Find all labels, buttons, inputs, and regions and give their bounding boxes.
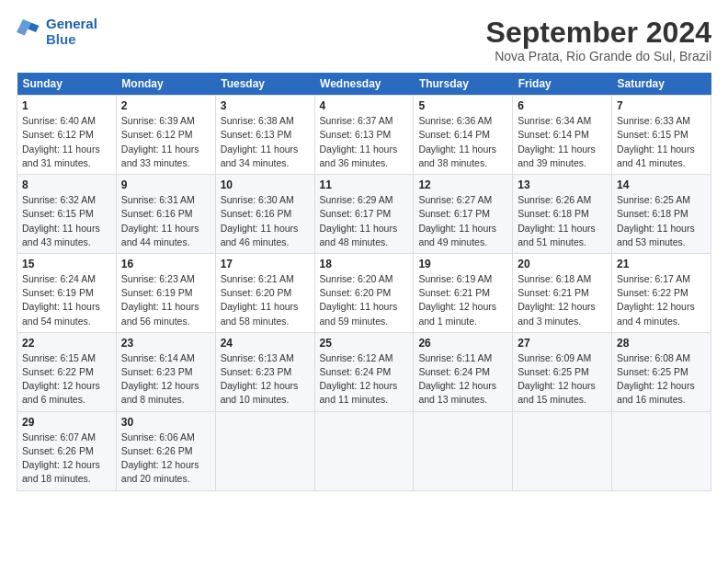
calendar-cell: 30Sunrise: 6:06 AM Sunset: 6:26 PM Dayli… <box>116 411 215 490</box>
calendar-cell: 26Sunrise: 6:11 AM Sunset: 6:24 PM Dayli… <box>414 332 513 411</box>
calendar-cell <box>314 411 414 490</box>
day-number: 10 <box>221 178 310 191</box>
day-number: 23 <box>121 337 210 350</box>
calendar-week-row: 22Sunrise: 6:15 AM Sunset: 6:22 PM Dayli… <box>17 332 711 411</box>
calendar-cell: 4Sunrise: 6:37 AM Sunset: 6:13 PM Daylig… <box>314 96 414 175</box>
day-info: Sunrise: 6:32 AM Sunset: 6:15 PM Dayligh… <box>22 193 111 249</box>
calendar-cell: 24Sunrise: 6:13 AM Sunset: 6:23 PM Dayli… <box>215 332 314 411</box>
weekday-header-row: SundayMondayTuesdayWednesdayThursdayFrid… <box>17 73 711 96</box>
day-number: 22 <box>22 337 111 350</box>
day-info: Sunrise: 6:40 AM Sunset: 6:12 PM Dayligh… <box>22 114 111 170</box>
day-number: 19 <box>418 258 507 270</box>
calendar-cell: 10Sunrise: 6:30 AM Sunset: 6:16 PM Dayli… <box>215 175 314 254</box>
weekday-header-wednesday: Wednesday <box>314 73 414 96</box>
title-block: September 2024 Nova Prata, Rio Grande do… <box>486 17 711 63</box>
calendar-cell <box>414 411 513 490</box>
day-info: Sunrise: 6:13 AM Sunset: 6:23 PM Dayligh… <box>221 351 310 408</box>
calendar-week-row: 1Sunrise: 6:40 AM Sunset: 6:12 PM Daylig… <box>17 96 711 175</box>
weekday-header-friday: Friday <box>513 73 612 96</box>
day-info: Sunrise: 6:19 AM Sunset: 6:21 PM Dayligh… <box>418 272 507 328</box>
day-info: Sunrise: 6:24 AM Sunset: 6:19 PM Dayligh… <box>22 272 111 328</box>
day-info: Sunrise: 6:12 AM Sunset: 6:24 PM Dayligh… <box>320 351 409 408</box>
calendar-cell: 3Sunrise: 6:38 AM Sunset: 6:13 PM Daylig… <box>215 96 314 175</box>
day-info: Sunrise: 6:38 AM Sunset: 6:13 PM Dayligh… <box>221 114 310 170</box>
logo-icon <box>17 19 42 45</box>
day-info: Sunrise: 6:18 AM Sunset: 6:21 PM Dayligh… <box>518 272 607 328</box>
day-info: Sunrise: 6:06 AM Sunset: 6:26 PM Dayligh… <box>121 431 210 487</box>
day-number: 12 <box>418 178 507 191</box>
day-info: Sunrise: 6:25 AM Sunset: 6:18 PM Dayligh… <box>617 193 706 249</box>
calendar-cell: 21Sunrise: 6:17 AM Sunset: 6:22 PM Dayli… <box>612 253 711 332</box>
day-number: 7 <box>617 99 706 112</box>
weekday-header-tuesday: Tuesday <box>215 73 314 96</box>
day-number: 18 <box>320 258 409 270</box>
day-info: Sunrise: 6:30 AM Sunset: 6:16 PM Dayligh… <box>221 193 310 249</box>
day-number: 29 <box>22 416 111 429</box>
calendar-cell: 15Sunrise: 6:24 AM Sunset: 6:19 PM Dayli… <box>17 253 117 332</box>
header: General Blue September 2024 Nova Prata, … <box>17 17 711 63</box>
day-info: Sunrise: 6:37 AM Sunset: 6:13 PM Dayligh… <box>320 114 409 170</box>
calendar-cell: 12Sunrise: 6:27 AM Sunset: 6:17 PM Dayli… <box>414 175 513 254</box>
day-number: 6 <box>518 99 607 112</box>
day-number: 26 <box>418 337 507 350</box>
day-info: Sunrise: 6:15 AM Sunset: 6:22 PM Dayligh… <box>22 351 111 408</box>
day-number: 17 <box>221 258 310 270</box>
calendar-cell: 20Sunrise: 6:18 AM Sunset: 6:21 PM Dayli… <box>513 253 612 332</box>
day-info: Sunrise: 6:09 AM Sunset: 6:25 PM Dayligh… <box>518 351 607 408</box>
day-info: Sunrise: 6:27 AM Sunset: 6:17 PM Dayligh… <box>418 193 507 249</box>
calendar-cell: 11Sunrise: 6:29 AM Sunset: 6:17 PM Dayli… <box>314 175 414 254</box>
day-number: 11 <box>320 178 409 191</box>
day-info: Sunrise: 6:23 AM Sunset: 6:19 PM Dayligh… <box>121 272 210 328</box>
calendar-cell: 1Sunrise: 6:40 AM Sunset: 6:12 PM Daylig… <box>17 96 117 175</box>
logo: General Blue <box>17 17 97 47</box>
calendar-cell: 14Sunrise: 6:25 AM Sunset: 6:18 PM Dayli… <box>612 175 711 254</box>
calendar-cell: 16Sunrise: 6:23 AM Sunset: 6:19 PM Dayli… <box>116 253 215 332</box>
calendar-cell: 17Sunrise: 6:21 AM Sunset: 6:20 PM Dayli… <box>215 253 314 332</box>
day-number: 8 <box>22 178 111 191</box>
day-number: 28 <box>617 337 706 350</box>
calendar-week-row: 15Sunrise: 6:24 AM Sunset: 6:19 PM Dayli… <box>17 253 711 332</box>
calendar-cell: 27Sunrise: 6:09 AM Sunset: 6:25 PM Dayli… <box>513 332 612 411</box>
location: Nova Prata, Rio Grande do Sul, Brazil <box>486 49 711 63</box>
calendar-cell: 8Sunrise: 6:32 AM Sunset: 6:15 PM Daylig… <box>17 175 117 254</box>
calendar-table: SundayMondayTuesdayWednesdayThursdayFrid… <box>17 73 711 490</box>
calendar-week-row: 29Sunrise: 6:07 AM Sunset: 6:26 PM Dayli… <box>17 411 711 490</box>
calendar-cell: 25Sunrise: 6:12 AM Sunset: 6:24 PM Dayli… <box>314 332 414 411</box>
day-number: 4 <box>320 99 409 112</box>
calendar-cell: 5Sunrise: 6:36 AM Sunset: 6:14 PM Daylig… <box>414 96 513 175</box>
calendar-cell: 6Sunrise: 6:34 AM Sunset: 6:14 PM Daylig… <box>513 96 612 175</box>
day-info: Sunrise: 6:39 AM Sunset: 6:12 PM Dayligh… <box>121 114 210 170</box>
day-number: 24 <box>221 337 310 350</box>
day-info: Sunrise: 6:34 AM Sunset: 6:14 PM Dayligh… <box>518 114 607 170</box>
day-info: Sunrise: 6:21 AM Sunset: 6:20 PM Dayligh… <box>221 272 310 328</box>
calendar-cell: 7Sunrise: 6:33 AM Sunset: 6:15 PM Daylig… <box>612 96 711 175</box>
day-info: Sunrise: 6:17 AM Sunset: 6:22 PM Dayligh… <box>617 272 706 328</box>
weekday-header-thursday: Thursday <box>414 73 513 96</box>
day-number: 2 <box>121 99 210 112</box>
calendar-cell <box>612 411 711 490</box>
calendar-cell <box>215 411 314 490</box>
day-number: 15 <box>22 258 111 270</box>
calendar-cell: 13Sunrise: 6:26 AM Sunset: 6:18 PM Dayli… <box>513 175 612 254</box>
weekday-header-saturday: Saturday <box>612 73 711 96</box>
calendar-cell: 19Sunrise: 6:19 AM Sunset: 6:21 PM Dayli… <box>414 253 513 332</box>
logo-text: General Blue <box>46 17 97 47</box>
day-info: Sunrise: 6:29 AM Sunset: 6:17 PM Dayligh… <box>320 193 409 249</box>
day-number: 27 <box>518 337 607 350</box>
day-info: Sunrise: 6:14 AM Sunset: 6:23 PM Dayligh… <box>121 351 210 408</box>
day-number: 20 <box>518 258 607 270</box>
day-number: 30 <box>121 416 210 429</box>
calendar-cell: 23Sunrise: 6:14 AM Sunset: 6:23 PM Dayli… <box>116 332 215 411</box>
day-number: 9 <box>121 178 210 191</box>
day-number: 25 <box>320 337 409 350</box>
calendar-cell <box>513 411 612 490</box>
weekday-header-sunday: Sunday <box>17 73 117 96</box>
day-number: 3 <box>221 99 310 112</box>
day-info: Sunrise: 6:36 AM Sunset: 6:14 PM Dayligh… <box>418 114 507 170</box>
calendar-cell: 9Sunrise: 6:31 AM Sunset: 6:16 PM Daylig… <box>116 175 215 254</box>
day-number: 1 <box>22 99 111 112</box>
page: General Blue September 2024 Nova Prata, … <box>0 0 728 500</box>
day-info: Sunrise: 6:33 AM Sunset: 6:15 PM Dayligh… <box>617 114 706 170</box>
weekday-header-monday: Monday <box>116 73 215 96</box>
day-number: 13 <box>518 178 607 191</box>
